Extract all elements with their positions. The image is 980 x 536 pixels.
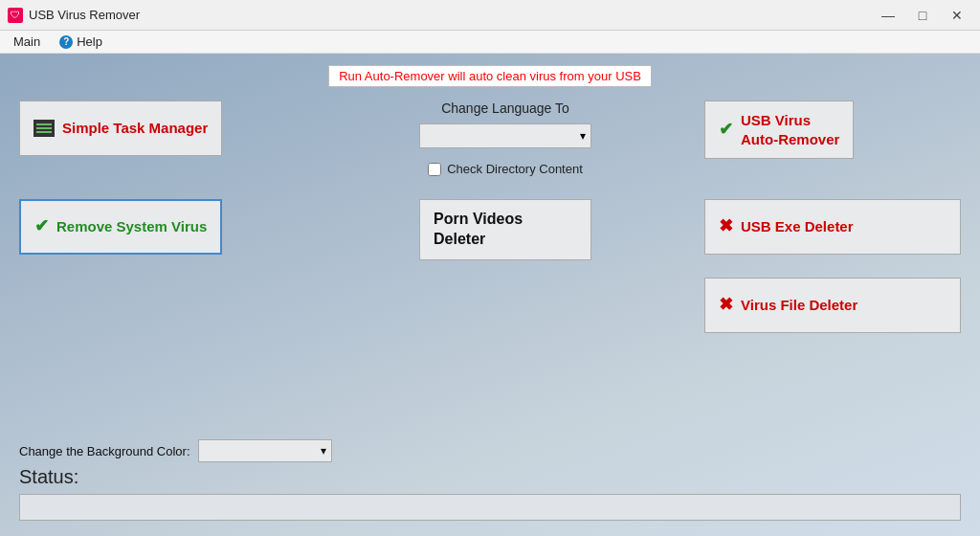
green-check-icon: ✔: [719, 119, 733, 141]
usb-exe-deleter-icon: ✖: [719, 215, 733, 237]
task-manager-button[interactable]: Simple Task Manager: [19, 100, 222, 156]
status-label: Status:: [19, 466, 961, 488]
language-label: Change Language To: [441, 100, 569, 116]
col-left-row2: ✔ Remove System Virus: [19, 199, 306, 255]
usb-auto-remover-button[interactable]: ✔ USB VirusAuto-Remover: [704, 100, 854, 159]
language-select-wrapper: ▾: [419, 123, 591, 148]
virus-file-deleter-icon: ✖: [719, 294, 733, 316]
virus-file-deleter-label: Virus File Deleter: [741, 296, 858, 315]
language-select[interactable]: [419, 123, 591, 148]
task-manager-icon: [33, 120, 55, 137]
porn-videos-deleter-button[interactable]: Porn Videos Deleter: [419, 199, 591, 260]
status-bar: [19, 494, 961, 521]
col-right-row1: ✔ USB VirusAuto-Remover: [704, 100, 961, 159]
check-directory-row: Check Directory Content: [428, 162, 583, 176]
language-column: Change Language To ▾ Check Directory Con…: [322, 100, 689, 176]
row1: Simple Task Manager Change Language To ▾…: [19, 100, 961, 176]
bg-color-label: Change the Background Color:: [19, 444, 190, 458]
maximize-button[interactable]: □: [907, 6, 938, 25]
menu-item-help[interactable]: ? Help: [50, 33, 112, 51]
virus-file-deleter-button[interactable]: ✖ Virus File Deleter: [704, 278, 961, 333]
close-button[interactable]: ✕: [942, 6, 972, 25]
alert-text: Run Auto-Remover will auto clean virus f…: [339, 69, 641, 83]
row2: ✔ Remove System Virus Porn Videos Delete…: [19, 199, 961, 333]
title-bar-left: 🛡 USB Virus Remover: [8, 8, 140, 23]
menu-bar: Main ? Help: [0, 31, 980, 54]
remove-system-virus-button[interactable]: ✔ Remove System Virus: [19, 199, 222, 255]
col-left-row1: Simple Task Manager: [19, 100, 306, 156]
col-right-row2: ✖ USB Exe Deleter ✖ Virus File Deleter: [704, 199, 961, 333]
check-directory-checkbox[interactable]: [428, 163, 441, 176]
minimize-button[interactable]: —: [873, 6, 903, 25]
title-bar-controls: — □ ✕: [873, 6, 972, 25]
menu-help-label: Help: [77, 34, 102, 49]
usb-exe-deleter-label: USB Exe Deleter: [741, 217, 854, 236]
bg-color-row: Change the Background Color: ▾: [19, 439, 961, 462]
app-icon: 🛡: [8, 8, 23, 23]
usb-exe-deleter-button[interactable]: ✖ USB Exe Deleter: [704, 199, 961, 255]
check-directory-label: Check Directory Content: [447, 162, 583, 176]
remove-system-virus-label: Remove System Virus: [56, 217, 207, 236]
col-mid-row2: Porn Videos Deleter: [322, 199, 689, 260]
bg-color-select-wrapper: ▾: [198, 439, 332, 462]
title-bar: 🛡 USB Virus Remover — □ ✕: [0, 0, 980, 31]
main-content: Run Auto-Remover will auto clean virus f…: [0, 54, 980, 536]
help-icon: ?: [59, 35, 73, 49]
bg-color-select[interactable]: [198, 439, 332, 462]
menu-item-main[interactable]: Main: [4, 33, 50, 51]
bottom-bar: Change the Background Color: ▾ Status:: [19, 430, 961, 521]
menu-main-label: Main: [13, 34, 40, 49]
app-title: USB Virus Remover: [29, 8, 140, 22]
porn-videos-deleter-label: Porn Videos Deleter: [434, 210, 577, 250]
task-manager-label: Simple Task Manager: [62, 119, 208, 138]
usb-auto-remover-label: USB VirusAuto-Remover: [741, 111, 839, 148]
remove-virus-check-icon: ✔: [34, 215, 49, 237]
alert-banner: Run Auto-Remover will auto clean virus f…: [328, 65, 652, 87]
